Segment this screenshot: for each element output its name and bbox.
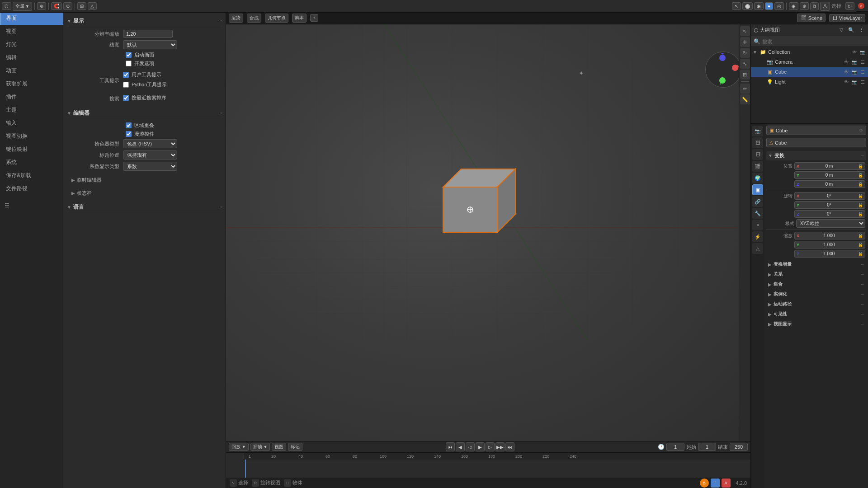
tab-scene[interactable]: 🎬 xyxy=(752,161,763,172)
sidebar-item-keymap[interactable]: 键位映射 xyxy=(0,143,63,156)
rotation-y-field[interactable]: Y 0° 🔓 xyxy=(794,201,865,209)
rotation-x-field[interactable]: X 0° 🔓 xyxy=(794,192,865,200)
tab-object[interactable]: ▣ xyxy=(752,184,763,195)
sidebar-item-save[interactable]: 保存&加载 xyxy=(0,169,63,182)
user-tooltip-checkbox[interactable] xyxy=(123,72,129,78)
go-start-btn[interactable]: ⏮ xyxy=(446,442,455,451)
light-vis-eye[interactable]: 👁 xyxy=(843,78,850,85)
motion-paths-menu[interactable]: ··· xyxy=(861,302,864,307)
editor-section-menu[interactable]: ··· xyxy=(218,111,222,116)
transform-menu[interactable]: ··· xyxy=(861,153,864,158)
scale-z-field[interactable]: Z 1.000 🔓 xyxy=(794,250,865,258)
visibility-header[interactable]: ▶ 可见性 ··· xyxy=(766,310,866,318)
rot-y-lock[interactable]: 🔓 xyxy=(858,203,863,207)
outliner-menu-btn[interactable]: ⋮ xyxy=(857,26,865,34)
outliner-search-input[interactable] xyxy=(762,39,865,44)
viewport-display-menu[interactable]: ··· xyxy=(861,322,864,327)
rotation-mode-select[interactable]: XYZ 欧拉 XZY 欧拉 四元数 xyxy=(796,219,865,228)
cube-vis-eye[interactable]: 👁 xyxy=(843,68,850,75)
view-menu[interactable]: 视图 xyxy=(272,443,286,451)
markers-menu[interactable]: 标记 xyxy=(288,443,302,451)
tab-output[interactable]: 🖼 xyxy=(752,137,763,148)
visibility-menu[interactable]: ··· xyxy=(861,312,864,317)
delta-transform-menu[interactable]: ··· xyxy=(861,262,864,267)
scale-x-field[interactable]: X 1.000 🔓 xyxy=(794,232,865,239)
light-vis-select[interactable]: ☰ xyxy=(859,78,866,85)
viewport-display-header[interactable]: ▶ 视图显示 ··· xyxy=(766,320,866,328)
geometry-nodes-menu[interactable]: 几何节点 xyxy=(265,14,288,23)
position-x-field[interactable]: X 0 m 🔓 xyxy=(794,162,865,170)
tab-constraints[interactable]: 🔗 xyxy=(752,196,763,207)
tab-particles[interactable]: ✦ xyxy=(752,220,763,230)
pos-y-lock[interactable]: 🔓 xyxy=(858,173,863,178)
collection-vis-eye[interactable]: 👁 xyxy=(851,48,858,56)
tool-measure[interactable]: 📏 xyxy=(740,94,750,104)
display-section-menu[interactable]: ··· xyxy=(218,19,222,23)
rot-x-lock[interactable]: 🔓 xyxy=(858,194,863,198)
tab-render[interactable]: 📷 xyxy=(752,126,763,136)
data-name-field[interactable]: △ Cube xyxy=(766,138,866,147)
play-btn[interactable]: ▶ xyxy=(476,442,485,451)
scale-z-lock[interactable]: 🔓 xyxy=(858,252,863,256)
python-tooltip-checkbox[interactable] xyxy=(123,82,129,88)
collections-menu[interactable]: ··· xyxy=(861,282,864,287)
scene-selector[interactable]: 🎬 Scene xyxy=(797,14,826,22)
scale-y-lock[interactable]: 🔓 xyxy=(858,243,863,247)
outliner-item-light[interactable]: 💡 Light 👁 📷 ☰ xyxy=(751,77,868,87)
relations-menu[interactable]: ··· xyxy=(861,272,864,277)
region-overlap-checkbox[interactable] xyxy=(126,122,132,128)
prev-keyframe-btn[interactable]: ◁ xyxy=(466,442,475,451)
language-section-menu[interactable]: ··· xyxy=(218,205,222,210)
collection-vis-render[interactable]: 📷 xyxy=(859,48,866,56)
transform-header[interactable]: ▼ 变换 ··· xyxy=(766,151,866,160)
motion-paths-header[interactable]: ▶ 运动路径 ··· xyxy=(766,300,866,308)
tool-annotate[interactable]: ✏ xyxy=(740,84,750,94)
display-section-header[interactable]: ▼ 显示 ··· xyxy=(67,15,222,27)
sidebar-item-lights[interactable]: 灯光 xyxy=(0,38,63,51)
start-frame-input[interactable] xyxy=(698,443,716,451)
scripting-menu[interactable]: 脚本 xyxy=(292,14,307,23)
playback-menu[interactable]: 回放 ▼ xyxy=(229,443,249,451)
camera-vis-render[interactable]: 📷 xyxy=(851,58,858,66)
object-name-menu[interactable]: ⟳ xyxy=(859,128,863,133)
editor-section-header[interactable]: ▼ 编辑器 ··· xyxy=(67,108,222,119)
scale-x-lock[interactable]: 🔓 xyxy=(858,234,863,238)
color-picker-select[interactable]: 色盘 (HSV) 方形 (SV+H) xyxy=(123,139,177,148)
viewlayer-selector[interactable]: 🎞 ViewLayer xyxy=(829,14,865,22)
outliner-item-cube[interactable]: ▣ Cube 👁 📷 ☰ xyxy=(751,67,868,77)
pos-z-lock[interactable]: 🔓 xyxy=(858,182,863,187)
close-button[interactable]: × xyxy=(858,3,864,9)
search-sort-checkbox[interactable] xyxy=(123,95,129,101)
camera-vis-eye[interactable]: 👁 xyxy=(843,58,850,66)
resolution-scale-input[interactable] xyxy=(123,30,173,38)
outliner-item-collection[interactable]: ▼ 📁 Collection 👁 📷 xyxy=(751,47,868,57)
position-z-field[interactable]: Z 0 m 🔓 xyxy=(794,180,865,188)
sidebar-item-navigation[interactable]: 视图切换 xyxy=(0,130,63,143)
tab-view-layer[interactable]: 🎞 xyxy=(752,149,763,160)
gizmo-widget[interactable]: X Y Z xyxy=(705,52,741,88)
add-workspace-btn[interactable]: + xyxy=(310,14,318,22)
sidebar-item-editing[interactable]: 编辑 xyxy=(0,51,63,64)
taskbar-icon2[interactable]: A xyxy=(722,479,731,488)
sidebar-item-animation[interactable]: 动画 xyxy=(0,64,63,77)
tab-data[interactable]: △ xyxy=(752,243,763,254)
composite-menu[interactable]: 合成 xyxy=(247,14,261,23)
tool-scale[interactable]: ⤡ xyxy=(740,59,750,69)
end-frame-input[interactable] xyxy=(730,443,748,451)
num-display-select[interactable]: 系数 百分比 xyxy=(123,162,177,171)
relations-header[interactable]: ▶ 关系 ··· xyxy=(766,270,866,278)
instancing-header[interactable]: ▶ 实例化 ··· xyxy=(766,290,866,298)
collections-header[interactable]: ▶ 集合 ··· xyxy=(766,280,866,288)
language-section-header[interactable]: ▼ 语言 ··· xyxy=(67,202,222,213)
tool-transform[interactable]: ⊞ xyxy=(740,70,750,80)
nav-controls-checkbox[interactable] xyxy=(126,131,132,137)
prev-frame-btn[interactable]: ◀ xyxy=(456,442,465,451)
outliner-item-camera[interactable]: 📷 Camera 👁 📷 ☰ xyxy=(751,57,868,67)
rotation-z-field[interactable]: Z 0° 🔓 xyxy=(794,210,865,218)
temp-editor-header[interactable]: ▶ 临时编辑器 xyxy=(71,175,222,185)
status-bar-header[interactable]: ▶ 状态栏 xyxy=(71,188,222,198)
dev-options-checkbox[interactable] xyxy=(126,61,132,66)
render-menu[interactable]: 渲染 xyxy=(229,14,243,23)
position-y-field[interactable]: Y 0 m 🔓 xyxy=(794,171,865,179)
sidebar-item-paths[interactable]: 文件路径 xyxy=(0,182,63,195)
